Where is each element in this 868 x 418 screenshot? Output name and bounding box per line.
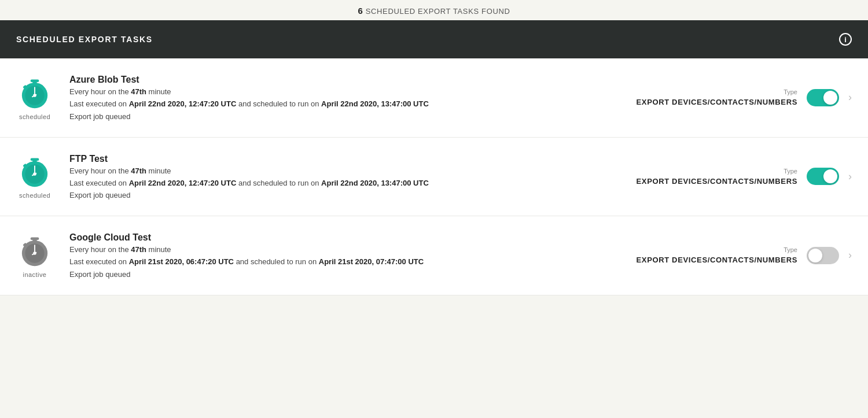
task-row: inactive Google Cloud Test Every hour on… bbox=[0, 216, 868, 295]
task-toggle[interactable] bbox=[807, 89, 839, 106]
svg-rect-19 bbox=[31, 237, 39, 240]
task-chevron-right[interactable]: › bbox=[848, 91, 852, 103]
task-count: 6 bbox=[358, 6, 363, 16]
task-type-value: EXPORT DEVICES/CONTACTS/NUMBERS bbox=[637, 98, 798, 106]
task-right-panel: Type EXPORT DEVICES/CONTACTS/NUMBERS › bbox=[637, 168, 852, 186]
task-chevron-right[interactable]: › bbox=[848, 249, 852, 261]
task-list: scheduled Azure Blob Test Every hour on … bbox=[0, 58, 868, 295]
page-header: SCHEDULED EXPORT TASKS i bbox=[0, 20, 868, 58]
task-toggle[interactable] bbox=[807, 168, 839, 185]
task-schedule: Every hour on the 47th minute bbox=[69, 245, 625, 254]
task-queued-text: Export job queued bbox=[69, 112, 625, 121]
task-info: FTP Test Every hour on the 47th minute L… bbox=[69, 154, 625, 200]
task-schedule: Every hour on the 47th minute bbox=[69, 87, 625, 96]
task-queued-text: Export job queued bbox=[69, 191, 625, 199]
task-icon-wrap: scheduled bbox=[12, 75, 58, 120]
task-info: Azure Blob Test Every hour on the 47th m… bbox=[69, 75, 625, 121]
task-row: scheduled Azure Blob Test Every hour on … bbox=[0, 58, 868, 138]
top-bar-text: SCHEDULED EXPORT TASKS FOUND bbox=[366, 7, 510, 16]
task-info: Google Cloud Test Every hour on the 47th… bbox=[69, 232, 625, 279]
task-next-run: Last executed on April 22nd 2020, 12:47:… bbox=[69, 98, 625, 110]
task-type-label: Type bbox=[637, 88, 798, 95]
task-queued-text: Export job queued bbox=[69, 270, 625, 279]
task-toggle[interactable] bbox=[807, 247, 839, 264]
svg-rect-14 bbox=[34, 166, 35, 173]
task-name: Azure Blob Test bbox=[69, 75, 625, 85]
task-status-label: inactive bbox=[23, 271, 47, 278]
task-type-wrap: Type EXPORT DEVICES/CONTACTS/NUMBERS bbox=[637, 168, 798, 186]
task-type-value: EXPORT DEVICES/CONTACTS/NUMBERS bbox=[637, 256, 798, 264]
task-type-label: Type bbox=[637, 168, 798, 175]
top-bar: 6 SCHEDULED EXPORT TASKS FOUND bbox=[0, 0, 868, 20]
timer-icon bbox=[17, 154, 52, 188]
svg-rect-22 bbox=[34, 245, 35, 252]
task-icon-wrap: inactive bbox=[12, 233, 58, 278]
task-type-value: EXPORT DEVICES/CONTACTS/NUMBERS bbox=[637, 177, 798, 186]
task-next-run: Last executed on April 22nd 2020, 12:47:… bbox=[69, 177, 625, 189]
task-name: Google Cloud Test bbox=[69, 232, 625, 243]
task-type-label: Type bbox=[637, 246, 798, 253]
task-right-panel: Type EXPORT DEVICES/CONTACTS/NUMBERS › bbox=[637, 246, 852, 264]
svg-rect-6 bbox=[34, 87, 35, 94]
task-type-wrap: Type EXPORT DEVICES/CONTACTS/NUMBERS bbox=[637, 88, 798, 106]
task-name: FTP Test bbox=[69, 154, 625, 164]
task-status-label: scheduled bbox=[19, 192, 50, 199]
info-icon-button[interactable]: i bbox=[839, 33, 852, 46]
timer-icon bbox=[17, 75, 52, 110]
task-chevron-right[interactable]: › bbox=[848, 171, 852, 183]
page-title: SCHEDULED EXPORT TASKS bbox=[16, 35, 153, 44]
task-row: scheduled FTP Test Every hour on the 47t… bbox=[0, 138, 868, 217]
svg-rect-3 bbox=[31, 79, 39, 82]
task-type-wrap: Type EXPORT DEVICES/CONTACTS/NUMBERS bbox=[637, 246, 798, 264]
task-schedule: Every hour on the 47th minute bbox=[69, 167, 625, 175]
task-icon-wrap: scheduled bbox=[12, 154, 58, 199]
task-right-panel: Type EXPORT DEVICES/CONTACTS/NUMBERS › bbox=[637, 88, 852, 106]
task-next-run: Last executed on April 21st 2020, 06:47:… bbox=[69, 256, 625, 268]
svg-rect-11 bbox=[31, 158, 39, 161]
task-status-label: scheduled bbox=[19, 113, 50, 120]
timer-icon bbox=[17, 233, 52, 268]
